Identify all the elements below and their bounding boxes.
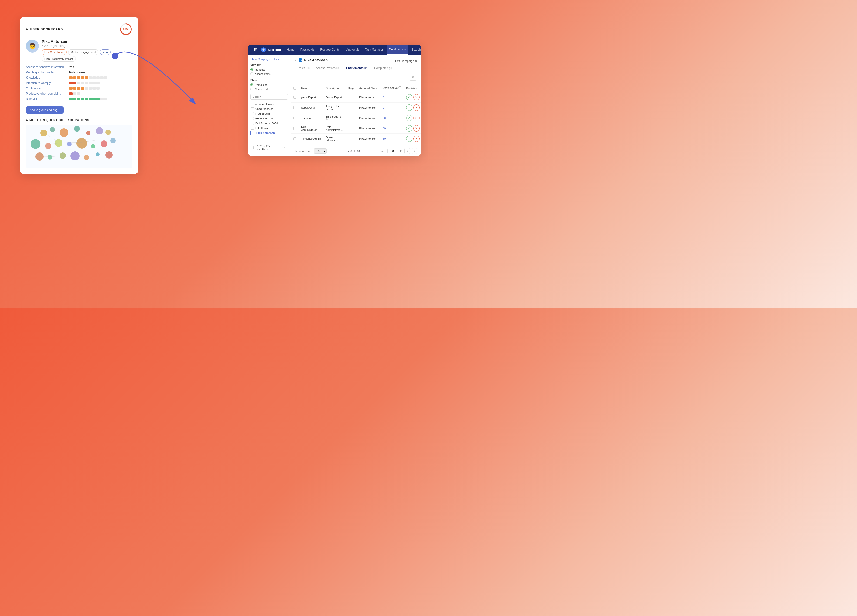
radio-completed[interactable]: Completed xyxy=(251,88,288,90)
row-checkbox[interactable] xyxy=(293,127,296,130)
items-per-page-select[interactable]: 50 25 100 xyxy=(314,149,327,154)
prev-page-button[interactable]: ‹ xyxy=(404,148,410,154)
nav-search[interactable]: Search xyxy=(409,45,421,55)
tag-mfa: MFA xyxy=(100,50,111,55)
detail-row-6: Productive when complying xyxy=(26,92,133,95)
table-row: TimesheetAdmin Grants administra... Pika… xyxy=(291,134,421,144)
grid-menu-icon[interactable]: ⊞ xyxy=(251,45,260,55)
nav-task-manager[interactable]: Task Manager xyxy=(363,45,385,55)
cell-flags xyxy=(345,113,357,123)
table-row: Role Administrator Role Administrato... … xyxy=(291,123,421,134)
nav-certifications[interactable]: Certifications xyxy=(387,45,408,55)
row-checkbox[interactable] xyxy=(293,137,296,140)
revoke-button[interactable]: ✕ xyxy=(413,125,419,132)
cell-description: Role Administrato... xyxy=(323,123,345,134)
cell-name: Role Administrator xyxy=(299,123,323,134)
col-account-name: Account Name xyxy=(357,84,380,92)
collab-map xyxy=(26,125,133,168)
cell-days: 83 xyxy=(380,113,404,123)
campaign-user-name: 👤 Pika Antonsen xyxy=(298,58,328,62)
more-button[interactable]: ··· xyxy=(421,104,421,111)
detail-row-2: Psychographic profile Rule breaker xyxy=(26,71,133,74)
tab-roles[interactable]: Roles 0/0 xyxy=(295,64,313,72)
cell-description: Global Export xyxy=(323,92,345,102)
pagination: Page of 1 ‹ › xyxy=(380,148,418,154)
nav-approvals[interactable]: Approvals xyxy=(344,45,361,55)
header-checkbox[interactable] xyxy=(293,87,296,90)
nav-passwords[interactable]: Passwords xyxy=(298,45,317,55)
tag-low-compliance: Low Compliance xyxy=(42,50,67,55)
tab-access-profiles[interactable]: Access Profiles 0/0 xyxy=(313,64,343,72)
identity-geneva-abbott[interactable]: Geneva Abbott xyxy=(251,116,288,121)
identity-pika-antonsen[interactable]: Pika Antonsen xyxy=(251,130,288,135)
cell-account: Pika.Antonsen xyxy=(357,134,380,144)
confidence-bars xyxy=(69,87,100,90)
campaign-panel: Show Campaign Details View By Identities… xyxy=(248,55,421,156)
cell-account: Pika.Antonsen xyxy=(357,102,380,113)
campaign-tabs: Roles 0/0 Access Profiles 0/0 Entitlemen… xyxy=(291,64,421,73)
cell-decision: ✓ ✕ ··· xyxy=(404,102,421,113)
campaign-sidebar: Show Campaign Details View By Identities… xyxy=(248,55,291,156)
next-page-button[interactable]: › xyxy=(411,148,418,154)
tab-entitlements[interactable]: Entitlements 0/0 xyxy=(343,64,371,72)
more-button[interactable]: ··· xyxy=(421,115,421,121)
tab-completed[interactable]: Completed (0) xyxy=(371,64,396,72)
more-button[interactable]: ··· xyxy=(421,136,421,142)
nav-home[interactable]: Home xyxy=(285,45,297,55)
radio-remaining-dot xyxy=(251,84,253,87)
more-button[interactable]: ··· xyxy=(421,94,421,101)
revoke-button[interactable]: ✕ xyxy=(413,104,419,111)
radio-identities-dot xyxy=(251,68,253,71)
svg-line-3 xyxy=(57,133,64,142)
identity-chad-prosacco[interactable]: Chad Prosacco xyxy=(251,107,288,111)
tags-container: Low Compliance Medium engagement MFA Hig… xyxy=(42,50,133,62)
revoke-button[interactable]: ✕ xyxy=(413,94,419,101)
info-icon: ⓘ xyxy=(398,86,401,90)
approve-button[interactable]: ✓ xyxy=(406,136,412,142)
identity-search-input[interactable] xyxy=(251,94,288,100)
svg-line-8 xyxy=(40,156,51,156)
approve-button[interactable]: ✓ xyxy=(406,94,412,101)
action-buttons: ✓ ✕ ··· xyxy=(406,94,421,101)
cell-days: 97 xyxy=(380,102,404,113)
nav-request-center[interactable]: Request Center xyxy=(318,45,343,55)
cell-decision: ✓ ✕ ··· xyxy=(404,113,421,123)
approve-button[interactable]: ✓ xyxy=(406,125,412,132)
row-checkbox[interactable] xyxy=(293,96,296,99)
page-input[interactable] xyxy=(387,149,397,153)
back-button[interactable]: ‹ xyxy=(295,58,296,62)
more-button[interactable]: ··· xyxy=(421,125,421,132)
copy-icon-button[interactable]: ⧉ xyxy=(410,74,416,80)
user-role: • VP Engineering xyxy=(42,44,133,48)
cell-description: This group is for p... xyxy=(323,113,345,123)
footer-checkbox[interactable] xyxy=(253,146,256,149)
approve-button[interactable]: ✓ xyxy=(406,115,412,121)
radio-remaining[interactable]: Remaining xyxy=(251,84,288,87)
identity-checkbox xyxy=(251,127,254,130)
identity-angelica-hoppe[interactable]: Angelica Hoppe xyxy=(251,102,288,107)
radio-access-items[interactable]: Access Items xyxy=(251,73,288,75)
add-to-group-button[interactable]: Add to group and eng... xyxy=(26,107,64,114)
revoke-button[interactable]: ✕ xyxy=(413,115,419,121)
score-value: 88% xyxy=(119,23,133,36)
table-container[interactable]: Name Description Flags Account Name Days… xyxy=(291,82,421,146)
revoke-button[interactable]: ✕ xyxy=(413,136,419,142)
row-checkbox[interactable] xyxy=(293,116,296,119)
show-campaign-details[interactable]: Show Campaign Details xyxy=(251,58,288,60)
identity-checkbox xyxy=(251,122,254,125)
avatar: 👨 xyxy=(26,40,39,53)
svg-line-4 xyxy=(38,144,50,144)
cell-description: Grants administra... xyxy=(323,134,345,144)
identity-fred-strosin[interactable]: Fred Strosin xyxy=(251,111,288,116)
identity-kari-schumm[interactable]: Kari Schumm DVM xyxy=(251,121,288,126)
user-avatar-icon: 👤 xyxy=(298,58,303,62)
approve-button[interactable]: ✓ xyxy=(406,104,412,111)
intention-bars xyxy=(69,82,100,84)
radio-identities[interactable]: Identities xyxy=(251,68,288,71)
exit-campaign-button[interactable]: Exit Campaign ✕ xyxy=(395,59,418,63)
row-checkbox[interactable] xyxy=(293,106,296,109)
radio-access-items-dot xyxy=(251,73,253,75)
identity-lela-hansen[interactable]: Lela Hansen xyxy=(251,126,288,130)
nav-bar: ⊞ SailPoint Home Passwords Request Cente… xyxy=(248,45,421,55)
svg-line-6 xyxy=(61,142,82,143)
